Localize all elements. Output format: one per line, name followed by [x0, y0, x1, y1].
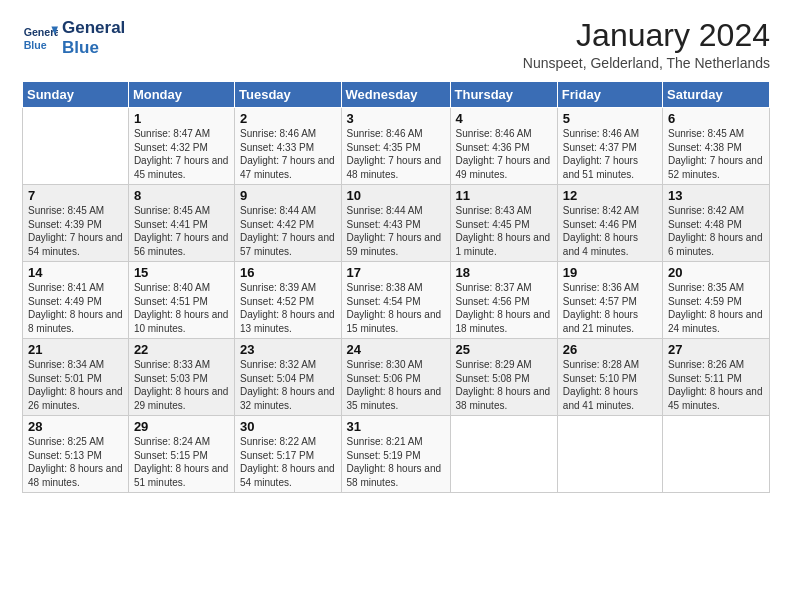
header-day-thursday: Thursday	[450, 82, 557, 108]
day-number: 11	[456, 188, 552, 203]
day-number: 24	[347, 342, 445, 357]
day-cell: 2Sunrise: 8:46 AM Sunset: 4:33 PM Daylig…	[235, 108, 341, 185]
day-detail: Sunrise: 8:37 AM Sunset: 4:56 PM Dayligh…	[456, 281, 552, 335]
day-cell	[662, 416, 769, 493]
calendar: SundayMondayTuesdayWednesdayThursdayFrid…	[22, 81, 770, 493]
day-detail: Sunrise: 8:21 AM Sunset: 5:19 PM Dayligh…	[347, 435, 445, 489]
header-day-saturday: Saturday	[662, 82, 769, 108]
header-day-wednesday: Wednesday	[341, 82, 450, 108]
day-detail: Sunrise: 8:47 AM Sunset: 4:32 PM Dayligh…	[134, 127, 229, 181]
day-cell: 28Sunrise: 8:25 AM Sunset: 5:13 PM Dayli…	[23, 416, 129, 493]
day-cell: 17Sunrise: 8:38 AM Sunset: 4:54 PM Dayli…	[341, 262, 450, 339]
day-number: 16	[240, 265, 335, 280]
header-day-friday: Friday	[557, 82, 662, 108]
day-cell: 4Sunrise: 8:46 AM Sunset: 4:36 PM Daylig…	[450, 108, 557, 185]
calendar-body: 1Sunrise: 8:47 AM Sunset: 4:32 PM Daylig…	[23, 108, 770, 493]
day-detail: Sunrise: 8:38 AM Sunset: 4:54 PM Dayligh…	[347, 281, 445, 335]
day-cell: 25Sunrise: 8:29 AM Sunset: 5:08 PM Dayli…	[450, 339, 557, 416]
day-detail: Sunrise: 8:41 AM Sunset: 4:49 PM Dayligh…	[28, 281, 123, 335]
week-row-2: 7Sunrise: 8:45 AM Sunset: 4:39 PM Daylig…	[23, 185, 770, 262]
day-cell: 23Sunrise: 8:32 AM Sunset: 5:04 PM Dayli…	[235, 339, 341, 416]
day-number: 23	[240, 342, 335, 357]
logo: General Blue General Blue	[22, 18, 125, 57]
day-number: 21	[28, 342, 123, 357]
week-row-3: 14Sunrise: 8:41 AM Sunset: 4:49 PM Dayli…	[23, 262, 770, 339]
day-cell: 27Sunrise: 8:26 AM Sunset: 5:11 PM Dayli…	[662, 339, 769, 416]
day-number: 25	[456, 342, 552, 357]
day-detail: Sunrise: 8:46 AM Sunset: 4:36 PM Dayligh…	[456, 127, 552, 181]
day-cell: 18Sunrise: 8:37 AM Sunset: 4:56 PM Dayli…	[450, 262, 557, 339]
day-detail: Sunrise: 8:45 AM Sunset: 4:39 PM Dayligh…	[28, 204, 123, 258]
day-detail: Sunrise: 8:24 AM Sunset: 5:15 PM Dayligh…	[134, 435, 229, 489]
day-detail: Sunrise: 8:45 AM Sunset: 4:41 PM Dayligh…	[134, 204, 229, 258]
day-cell: 30Sunrise: 8:22 AM Sunset: 5:17 PM Dayli…	[235, 416, 341, 493]
day-number: 31	[347, 419, 445, 434]
day-detail: Sunrise: 8:22 AM Sunset: 5:17 PM Dayligh…	[240, 435, 335, 489]
day-cell: 22Sunrise: 8:33 AM Sunset: 5:03 PM Dayli…	[128, 339, 234, 416]
day-number: 26	[563, 342, 657, 357]
header-row: General Blue General Blue January 2024 N…	[22, 18, 770, 71]
day-cell	[23, 108, 129, 185]
day-cell: 13Sunrise: 8:42 AM Sunset: 4:48 PM Dayli…	[662, 185, 769, 262]
day-number: 7	[28, 188, 123, 203]
logo-line2: Blue	[62, 38, 125, 58]
day-number: 8	[134, 188, 229, 203]
day-detail: Sunrise: 8:46 AM Sunset: 4:33 PM Dayligh…	[240, 127, 335, 181]
day-number: 3	[347, 111, 445, 126]
day-number: 14	[28, 265, 123, 280]
day-number: 15	[134, 265, 229, 280]
day-detail: Sunrise: 8:39 AM Sunset: 4:52 PM Dayligh…	[240, 281, 335, 335]
day-detail: Sunrise: 8:35 AM Sunset: 4:59 PM Dayligh…	[668, 281, 764, 335]
header-day-sunday: Sunday	[23, 82, 129, 108]
week-row-1: 1Sunrise: 8:47 AM Sunset: 4:32 PM Daylig…	[23, 108, 770, 185]
day-cell: 8Sunrise: 8:45 AM Sunset: 4:41 PM Daylig…	[128, 185, 234, 262]
day-cell: 11Sunrise: 8:43 AM Sunset: 4:45 PM Dayli…	[450, 185, 557, 262]
day-detail: Sunrise: 8:33 AM Sunset: 5:03 PM Dayligh…	[134, 358, 229, 412]
day-cell: 19Sunrise: 8:36 AM Sunset: 4:57 PM Dayli…	[557, 262, 662, 339]
day-cell: 26Sunrise: 8:28 AM Sunset: 5:10 PM Dayli…	[557, 339, 662, 416]
title-block: January 2024 Nunspeet, Gelderland, The N…	[523, 18, 770, 71]
day-cell: 7Sunrise: 8:45 AM Sunset: 4:39 PM Daylig…	[23, 185, 129, 262]
day-cell: 15Sunrise: 8:40 AM Sunset: 4:51 PM Dayli…	[128, 262, 234, 339]
subtitle: Nunspeet, Gelderland, The Netherlands	[523, 55, 770, 71]
day-detail: Sunrise: 8:42 AM Sunset: 4:48 PM Dayligh…	[668, 204, 764, 258]
day-detail: Sunrise: 8:32 AM Sunset: 5:04 PM Dayligh…	[240, 358, 335, 412]
month-title: January 2024	[523, 18, 770, 53]
day-cell: 24Sunrise: 8:30 AM Sunset: 5:06 PM Dayli…	[341, 339, 450, 416]
day-detail: Sunrise: 8:45 AM Sunset: 4:38 PM Dayligh…	[668, 127, 764, 181]
logo-line1: General	[62, 18, 125, 38]
day-cell: 12Sunrise: 8:42 AM Sunset: 4:46 PM Dayli…	[557, 185, 662, 262]
week-row-4: 21Sunrise: 8:34 AM Sunset: 5:01 PM Dayli…	[23, 339, 770, 416]
day-cell: 5Sunrise: 8:46 AM Sunset: 4:37 PM Daylig…	[557, 108, 662, 185]
header-day-monday: Monday	[128, 82, 234, 108]
day-number: 5	[563, 111, 657, 126]
svg-text:Blue: Blue	[24, 38, 47, 50]
day-detail: Sunrise: 8:26 AM Sunset: 5:11 PM Dayligh…	[668, 358, 764, 412]
week-row-5: 28Sunrise: 8:25 AM Sunset: 5:13 PM Dayli…	[23, 416, 770, 493]
day-detail: Sunrise: 8:46 AM Sunset: 4:35 PM Dayligh…	[347, 127, 445, 181]
day-cell: 10Sunrise: 8:44 AM Sunset: 4:43 PM Dayli…	[341, 185, 450, 262]
day-number: 20	[668, 265, 764, 280]
day-number: 2	[240, 111, 335, 126]
day-number: 28	[28, 419, 123, 434]
day-detail: Sunrise: 8:34 AM Sunset: 5:01 PM Dayligh…	[28, 358, 123, 412]
day-cell: 1Sunrise: 8:47 AM Sunset: 4:32 PM Daylig…	[128, 108, 234, 185]
day-detail: Sunrise: 8:30 AM Sunset: 5:06 PM Dayligh…	[347, 358, 445, 412]
calendar-header: SundayMondayTuesdayWednesdayThursdayFrid…	[23, 82, 770, 108]
page: General Blue General Blue January 2024 N…	[0, 0, 792, 612]
day-number: 22	[134, 342, 229, 357]
day-number: 6	[668, 111, 764, 126]
day-detail: Sunrise: 8:36 AM Sunset: 4:57 PM Dayligh…	[563, 281, 657, 335]
day-detail: Sunrise: 8:28 AM Sunset: 5:10 PM Dayligh…	[563, 358, 657, 412]
day-number: 4	[456, 111, 552, 126]
day-number: 29	[134, 419, 229, 434]
day-cell	[557, 416, 662, 493]
day-cell: 6Sunrise: 8:45 AM Sunset: 4:38 PM Daylig…	[662, 108, 769, 185]
logo-icon: General Blue	[22, 20, 58, 56]
day-number: 12	[563, 188, 657, 203]
day-number: 10	[347, 188, 445, 203]
day-cell	[450, 416, 557, 493]
day-detail: Sunrise: 8:44 AM Sunset: 4:42 PM Dayligh…	[240, 204, 335, 258]
day-number: 9	[240, 188, 335, 203]
header-row-days: SundayMondayTuesdayWednesdayThursdayFrid…	[23, 82, 770, 108]
